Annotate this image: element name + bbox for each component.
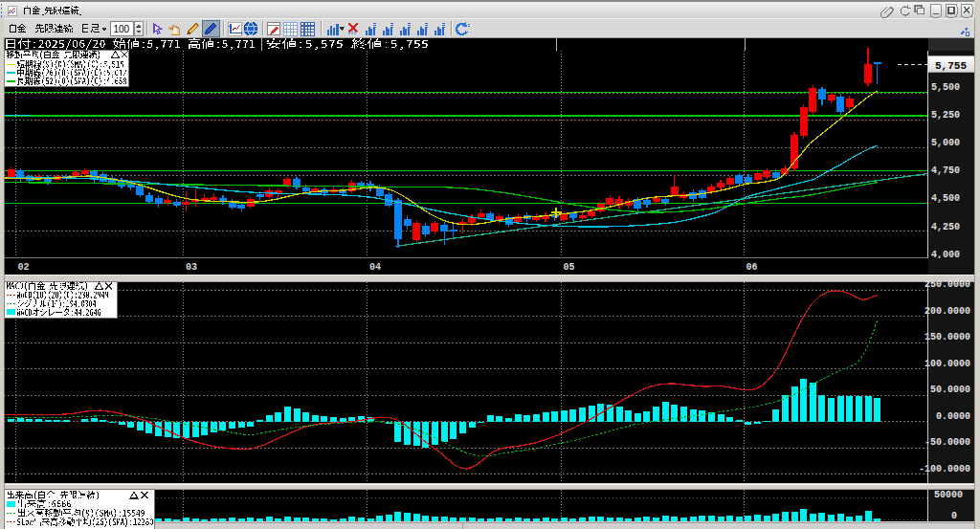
svg-text:150.0000: 150.0000 — [924, 332, 970, 342]
svg-text:02: 02 — [18, 262, 30, 273]
svg-text:5,000: 5,000 — [931, 138, 960, 148]
svg-text:06: 06 — [746, 262, 758, 273]
svg-text:100: 100 — [114, 24, 130, 34]
svg-text:200.0000: 200.0000 — [924, 306, 970, 317]
svg-text:4,500: 4,500 — [931, 193, 960, 204]
svg-text:50.0000: 50.0000 — [930, 385, 970, 395]
svg-text:4,250: 4,250 — [931, 222, 960, 232]
svg-text:04: 04 — [369, 262, 381, 273]
svg-text:0.0000: 0.0000 — [936, 411, 970, 422]
svg-text:5,755: 5,755 — [935, 60, 967, 72]
svg-text:100.0000: 100.0000 — [924, 359, 970, 369]
svg-text:05: 05 — [564, 262, 575, 273]
svg-text:5,250: 5,250 — [931, 110, 960, 121]
svg-text:4,750: 4,750 — [931, 165, 960, 176]
svg-text:0: 0 — [951, 511, 957, 521]
svg-text:-50.0000: -50.0000 — [924, 437, 970, 448]
svg-text:03: 03 — [186, 262, 197, 273]
svg-text:-100.0000: -100.0000 — [919, 464, 970, 474]
svg-text:50000: 50000 — [934, 490, 963, 500]
svg-text:250.0000: 250.0000 — [924, 279, 970, 290]
svg-text:5,500: 5,500 — [931, 82, 960, 93]
